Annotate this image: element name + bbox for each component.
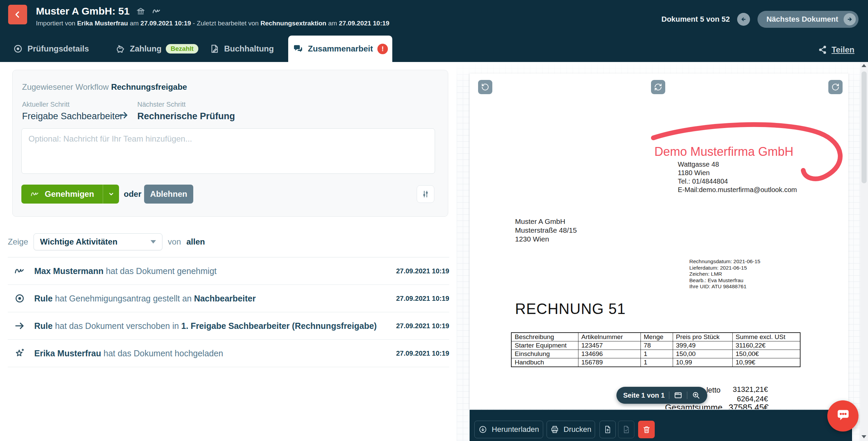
download-icon	[478, 425, 487, 434]
zoom-in-icon[interactable]	[692, 391, 701, 400]
document-title: Muster A GmbH: 51	[36, 5, 130, 17]
activity-text: Erika Musterfrau hat das Dokument hochge…	[34, 349, 396, 358]
selected-filter: Wichtige Aktivitäten	[40, 237, 117, 247]
chevron-down-icon	[107, 190, 115, 198]
activity-date: 27.09.2021 10:19	[396, 350, 449, 357]
download-button[interactable]: Herunterladen	[474, 421, 543, 438]
tab-zahlung[interactable]: Zahlung Bezahlt	[115, 36, 198, 62]
file-approve-button[interactable]	[618, 421, 634, 438]
file-upload-icon	[603, 425, 612, 434]
activity-text: Max Mustermann hat das Dokument genehmig…	[34, 266, 396, 276]
sliders-icon	[421, 190, 430, 198]
company-address: Wattgasse 481180 WienTel.: 01/4844804E-M…	[678, 160, 797, 194]
printer-icon	[550, 425, 559, 434]
invoice-title: RECHNUNG 51	[515, 300, 626, 317]
collaboration-panel: Zugewiesener WorkflowRechnungsfreigabe A…	[0, 62, 457, 441]
vertical-scrollbar[interactable]	[860, 62, 868, 441]
activity-row[interactable]: Rule hat Genehmigungsantrag gestellt an …	[8, 285, 449, 312]
approve-main[interactable]: Genehmigen	[21, 185, 103, 204]
approve-label: Genehmigen	[45, 189, 94, 199]
viewer-toolbar: Herunterladen Drucken	[470, 410, 852, 441]
scroll-down-arrow[interactable]	[862, 435, 866, 438]
tab-buchhaltung[interactable]: Buchhaltung	[210, 36, 274, 62]
net-amount: 31321,21€	[733, 385, 768, 394]
file-check-icon	[622, 425, 631, 434]
workflow-settings-button[interactable]	[417, 185, 434, 203]
share-icon	[818, 45, 827, 55]
show-label: Zeige	[8, 237, 28, 247]
paid-badge: Bezahlt	[166, 44, 198, 54]
tab-pruefungsdetails[interactable]: Prüfungsdetails	[13, 36, 89, 62]
bank-icon[interactable]	[136, 7, 145, 16]
or-label: oder	[124, 189, 141, 199]
activity-row[interactable]: Max Mustermann hat das Dokument genehmig…	[8, 257, 449, 285]
next-document-label: Nächstes Dokument	[766, 15, 838, 24]
refresh-button[interactable]	[651, 80, 665, 94]
activity-icon	[13, 320, 26, 332]
reject-button[interactable]: Ablehnen	[144, 185, 193, 204]
rotate-left-button[interactable]	[478, 80, 492, 94]
rotate-right-button[interactable]	[828, 80, 843, 94]
step-arrow-icon	[118, 109, 129, 121]
header-subtitle: Importiert von Erika Musterfrau am 27.09…	[36, 20, 389, 27]
activity-row[interactable]: Rule hat das Dokument verschoben in 1. F…	[8, 312, 449, 340]
chevron-left-icon	[13, 10, 22, 19]
approve-button[interactable]: Genehmigen	[21, 185, 119, 204]
signature-icon	[30, 189, 40, 199]
previous-document-button[interactable]	[737, 13, 750, 26]
activity-row[interactable]: Erika Musterfrau hat das Dokument hochge…	[8, 340, 449, 367]
current-step-value: Freigabe Sachbearbeiter	[22, 111, 123, 122]
alert-badge: !	[377, 44, 388, 54]
activity-date: 27.09.2021 10:19	[396, 267, 449, 275]
activity-date: 27.09.2021 10:19	[396, 295, 449, 302]
activity-list: Max Mustermann hat das Dokument genehmig…	[8, 257, 449, 367]
assigned-workflow-row: Zugewiesener WorkflowRechnungsfreigabe	[22, 82, 187, 92]
page-indicator-pill: Seite 1 von 1	[616, 387, 707, 404]
trash-icon	[642, 425, 651, 434]
recipient-address: Muster A GmbHMusterstraße 48/151230 Wien	[515, 217, 577, 244]
activity-date: 27.09.2021 10:19	[396, 322, 449, 330]
activity-filter-row: Zeige Wichtige Aktivitäten von allen	[8, 233, 205, 250]
pill-separator	[687, 392, 687, 399]
grand-total-amount: 37585,45€	[729, 403, 769, 409]
arrow-right-icon	[844, 13, 856, 25]
page-indicator-label: Seite 1 von 1	[623, 392, 665, 399]
activity-icon	[13, 265, 26, 277]
piggy-bank-icon	[115, 44, 125, 54]
signature-icon[interactable]	[152, 6, 161, 16]
scroll-up-arrow[interactable]	[862, 64, 866, 67]
activity-icon	[13, 348, 26, 359]
next-step-label: Nächster Schritt	[137, 101, 235, 108]
tab-label: Zusammenarbeit	[308, 44, 373, 54]
title-row: Muster A GmbH: 51	[36, 5, 161, 17]
share-button[interactable]: Teilen	[818, 45, 854, 55]
upload-version-button[interactable]	[599, 421, 616, 438]
chat-widget-button[interactable]	[827, 400, 859, 432]
of-label: von	[168, 237, 181, 247]
delete-button[interactable]	[638, 421, 655, 438]
pill-separator	[669, 392, 669, 399]
next-document-button[interactable]: Nächstes Dokument	[757, 11, 859, 28]
current-step: Aktueller Schritt Freigabe Sachbearbeite…	[22, 101, 123, 122]
back-button[interactable]	[8, 5, 27, 24]
scrollbar-thumb[interactable]	[862, 71, 867, 183]
activity-filter-select[interactable]: Wichtige Aktivitäten	[34, 233, 162, 250]
next-step: Nächster Schritt Rechnerische Prüfung	[137, 101, 235, 122]
document-viewer: Demo Musterfirma GmbH Wattgasse 481180 W…	[457, 62, 868, 441]
activity-icon	[13, 293, 26, 304]
app-root: Muster A GmbH: 51 Importiert von Erika M…	[0, 0, 868, 441]
chat-bubble-icon	[833, 406, 852, 425]
refresh-icon	[654, 83, 662, 91]
invoice-meta: Rechnungsdatum: 2021-06-15Lieferdatum: 2…	[689, 258, 760, 290]
document-pen-icon	[210, 44, 220, 54]
eye-icon	[13, 44, 23, 54]
team-message-input[interactable]	[21, 128, 435, 174]
app-header: Muster A GmbH: 51 Importiert von Erika M…	[0, 0, 868, 62]
print-button[interactable]: Drucken	[547, 421, 595, 438]
approve-options-toggle[interactable]	[103, 185, 119, 204]
tab-label: Buchhaltung	[224, 44, 274, 54]
filter-scope: allen	[186, 237, 205, 247]
document-counter: Dokument 5 von 52	[662, 15, 730, 24]
tab-zusammenarbeit[interactable]: Zusammenarbeit !	[288, 36, 392, 62]
pages-icon[interactable]	[674, 391, 683, 400]
